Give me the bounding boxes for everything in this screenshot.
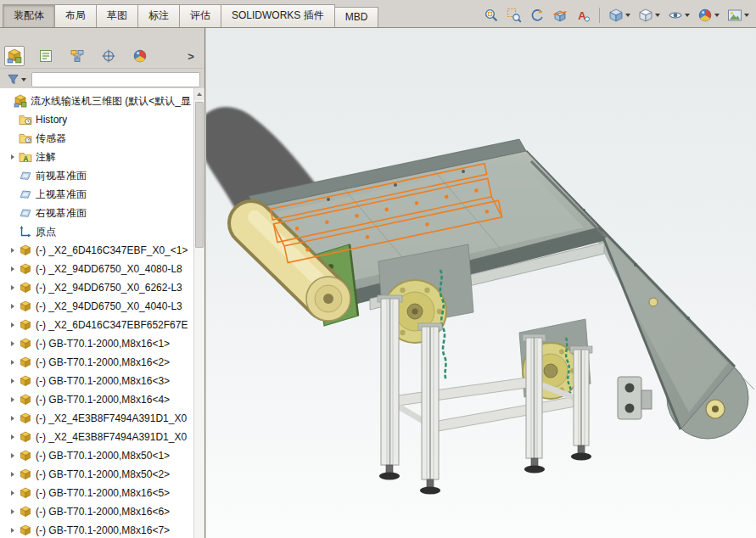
command-tab-evaluate[interactable]: 评估 — [179, 4, 221, 27]
tree-item-2[interactable]: 传感器 — [0, 129, 193, 148]
3d-model-conveyor[interactable] — [206, 28, 756, 538]
display-style-button[interactable] — [636, 5, 662, 25]
panel-tab-featuremanager-design-tree[interactable] — [4, 46, 25, 66]
tree-item-18[interactable]: (-) _X2_4E3B8F7494A391D1_X0 — [0, 428, 193, 446]
apply-scene-button[interactable] — [725, 5, 751, 25]
command-tab-assembly[interactable]: 装配体 — [3, 4, 55, 27]
tree-item-10[interactable]: (-) _X2_94DD6750_X0_6262-L3 — [0, 278, 193, 297]
command-tab-markup[interactable]: 标注 — [137, 4, 180, 27]
expand-arrow-icon[interactable] — [7, 528, 18, 533]
dropdown-caret-icon[interactable] — [655, 14, 660, 17]
appearance-ball-icon — [697, 8, 713, 23]
expand-arrow-icon[interactable] — [7, 378, 18, 384]
origin-icon — [18, 225, 32, 238]
tree-item-17[interactable]: (-) _X2_4E3B8F7494A391D1_X0 — [0, 409, 193, 428]
folder-history-icon — [18, 113, 32, 126]
component-icon — [18, 356, 32, 369]
expand-arrow-icon[interactable] — [7, 322, 18, 328]
tree-item-label: 流水线输送机三维图 (默认<默认_显 — [31, 94, 191, 109]
tree-item-label: (-) GB-T70.1-2000,M8x16<5> — [36, 487, 170, 499]
tree-item-0[interactable]: 流水线输送机三维图 (默认<默认_显 — [0, 92, 193, 110]
tree-item-5[interactable]: 上视基准面 — [0, 185, 193, 204]
filter-funnel-button[interactable] — [5, 72, 28, 87]
command-tab-layout[interactable]: 布局 — [54, 4, 97, 27]
command-tab-mbd[interactable]: MBD — [334, 7, 379, 27]
hide-show-items-button[interactable] — [666, 5, 692, 25]
tree-item-6[interactable]: 右视基准面 — [0, 204, 193, 222]
display-style-icon — [638, 8, 653, 23]
graphics-area[interactable] — [206, 28, 756, 538]
tree-item-15[interactable]: (-) GB-T70.1-2000,M8x16<3> — [0, 372, 193, 390]
tree-item-21[interactable]: (-) GB-T70.1-2000,M8x16<5> — [0, 484, 193, 502]
component-icon — [18, 281, 32, 294]
previous-view-button[interactable] — [528, 5, 546, 25]
panel-tab-configuration-manager[interactable] — [67, 46, 87, 66]
panel-tab-property-manager[interactable] — [36, 46, 56, 66]
tree-item-12[interactable]: (-) _X2_6D416C347EBF652F67E — [0, 316, 193, 334]
tree-item-11[interactable]: (-) _X2_94DD6750_X0_4040-L3 — [0, 297, 193, 316]
dropdown-caret-icon[interactable] — [625, 14, 630, 17]
expand-arrow-icon[interactable] — [7, 490, 18, 496]
edit-appearance-button[interactable] — [696, 5, 721, 25]
expand-arrow-icon[interactable] — [7, 154, 18, 160]
tree-item-13[interactable]: (-) GB-T70.1-2000,M8x16<1> — [0, 334, 193, 353]
dimxpert-icon — [101, 48, 116, 64]
tree-item-20[interactable]: (-) GB-T70.1-2000,M8x50<2> — [0, 465, 193, 484]
command-manager-bar: 装配体布局草图标注评估SOLIDWORKS 插件MBD A — [0, 0, 756, 28]
scrollbar-thumb[interactable] — [195, 102, 204, 248]
tree-scrollbar[interactable] — [193, 88, 204, 538]
panel-tab-display-manager[interactable] — [130, 46, 150, 66]
expand-arrow-icon[interactable] — [7, 285, 18, 290]
tree-item-19[interactable]: (-) GB-T70.1-2000,M8x50<1> — [0, 446, 193, 465]
tree-item-4[interactable]: 前视基准面 — [0, 166, 193, 185]
eye-icon — [668, 8, 683, 23]
tree-item-22[interactable]: (-) GB-T70.1-2000,M8x16<6> — [0, 502, 193, 521]
tree-item-14[interactable]: (-) GB-T70.1-2000,M8x16<2> — [0, 353, 193, 372]
dropdown-caret-icon[interactable] — [744, 14, 749, 17]
view-orientation-button[interactable] — [607, 5, 632, 25]
expand-arrow-icon[interactable] — [7, 434, 18, 440]
expand-arrow-icon[interactable] — [7, 453, 18, 458]
svg-text:A: A — [23, 154, 28, 163]
tree-item-3[interactable]: A注解 — [0, 148, 193, 166]
dropdown-caret-icon[interactable] — [685, 14, 690, 17]
annotation-view-button[interactable]: A — [574, 5, 592, 25]
expand-arrow-icon[interactable] — [7, 416, 18, 421]
expand-arrow-icon[interactable] — [7, 266, 18, 272]
filter-input[interactable] — [31, 72, 200, 87]
tree-item-label: (-) GB-T70.1-2000,M8x16<7> — [36, 524, 170, 536]
tree-item-23[interactable]: (-) GB-T70.1-2000,M8x16<7> — [0, 521, 193, 538]
panel-tab-dimxpert-manager[interactable] — [98, 46, 119, 66]
command-tab-solidworks-addins[interactable]: SOLIDWORKS 插件 — [221, 4, 335, 27]
tree-item-8[interactable]: (-) _X2_6D416C347EBF_X0_<1> — [0, 241, 193, 260]
tree-item-label: (-) GB-T70.1-2000,M8x50<2> — [36, 468, 170, 480]
tree-item-label: (-) GB-T70.1-2000,M8x16<6> — [36, 506, 170, 518]
section-view-button[interactable] — [551, 5, 569, 25]
zoom-to-fit-button[interactable] — [482, 5, 501, 25]
tree-item-7[interactable]: 原点 — [0, 222, 193, 241]
bearing-block[interactable] — [618, 377, 652, 419]
expand-arrow-icon[interactable] — [7, 472, 18, 477]
expand-arrow-icon[interactable] — [7, 248, 18, 253]
expand-arrow-icon[interactable] — [7, 509, 18, 514]
tree-item-16[interactable]: (-) GB-T70.1-2000,M8x16<4> — [0, 390, 193, 409]
expand-arrow-icon[interactable] — [7, 304, 18, 309]
component-icon — [18, 318, 32, 332]
tree-item-label: (-) GB-T70.1-2000,M8x50<1> — [36, 450, 170, 462]
dropdown-caret-icon[interactable] — [714, 14, 720, 17]
scroll-up-button[interactable] — [194, 88, 204, 100]
expand-arrow-icon[interactable] — [7, 360, 18, 365]
command-tab-sketch[interactable]: 草图 — [96, 4, 138, 27]
tree-item-1[interactable]: History — [0, 110, 193, 129]
zoom-fit-icon — [484, 8, 499, 23]
feature-tree-icon — [7, 48, 22, 64]
tree-item-9[interactable]: (-) _X2_94DD6750_X0_4080-L8 — [0, 260, 193, 278]
zoom-to-area-button[interactable] — [505, 5, 524, 25]
expand-arrow-icon[interactable] — [7, 397, 18, 402]
panel-expand-chevron[interactable]: > — [184, 46, 198, 66]
tree-item-label: (-) _X2_4E3B8F7494A391D1_X0 — [36, 431, 187, 443]
heads-up-view-toolbar: A — [482, 5, 751, 25]
caret-down-icon — [21, 78, 26, 81]
plane-icon — [18, 169, 32, 182]
expand-arrow-icon[interactable] — [7, 341, 18, 346]
